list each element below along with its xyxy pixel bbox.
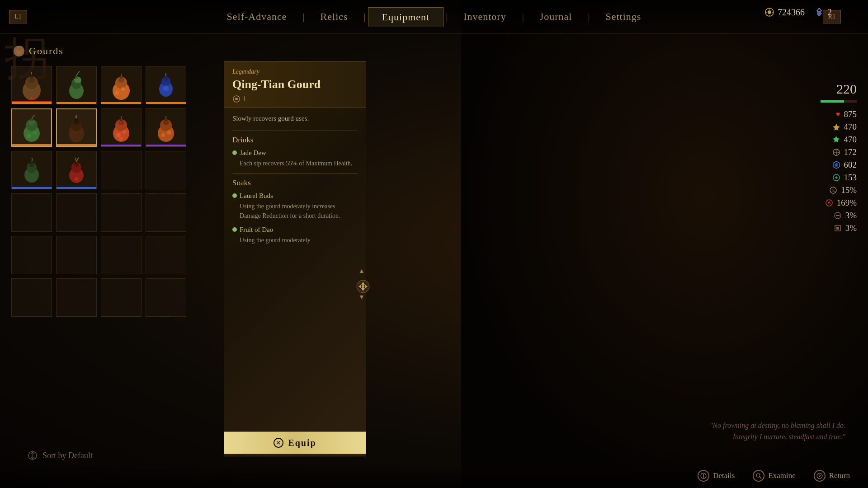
soak-desc-1: Using the gourd moderately increases Dam…: [232, 202, 358, 221]
item-slot-22[interactable]: [56, 278, 97, 317]
scroll-down-button[interactable]: ▼: [357, 293, 366, 302]
nav-item-equipment[interactable]: Equipment: [368, 7, 444, 27]
section-title: Gourds: [29, 45, 64, 57]
svg-marker-77: [832, 136, 839, 142]
svg-point-38: [27, 134, 31, 138]
stat-icon-9: [834, 211, 842, 220]
gourd-image-9: [17, 155, 47, 186]
item-slot-10[interactable]: [56, 151, 97, 189]
hp-bar-fill: [821, 100, 844, 103]
item-slot-6[interactable]: [56, 108, 97, 147]
nav-item-self-advance[interactable]: Self-Advance: [213, 7, 301, 26]
item-slot-17[interactable]: [11, 236, 52, 274]
item-slot-2[interactable]: [56, 66, 97, 104]
nav-item-journal[interactable]: Journal: [526, 7, 586, 26]
nav-item-relics[interactable]: Relics: [307, 7, 362, 26]
gourd-image-6: [62, 112, 91, 144]
item-slot-18[interactable]: [56, 236, 97, 274]
svg-line-95: [760, 477, 761, 479]
svg-point-25: [121, 87, 125, 91]
equip-button[interactable]: ✕ Equip: [224, 432, 366, 454]
item-rarity: Legendary: [232, 68, 358, 75]
detail-panel: Legendary Qing-Tian Gourd 1 Slowly recov…: [224, 61, 366, 456]
nav-left-button[interactable]: L1: [9, 10, 27, 23]
item-slot-15[interactable]: [101, 193, 142, 232]
return-label: Return: [829, 471, 850, 480]
l1-label: L1: [14, 13, 22, 20]
item-bar-5: [12, 144, 51, 146]
item-count-container: 1: [232, 95, 358, 103]
soak-desc-2: Using the gourd moderately: [232, 235, 358, 245]
item-slot-14[interactable]: [56, 193, 97, 232]
nav-item-settings[interactable]: Settings: [592, 7, 655, 26]
svg-rect-56: [165, 119, 167, 121]
item-slot-7[interactable]: [101, 108, 142, 147]
item-slot-3[interactable]: [101, 66, 142, 104]
svg-point-39: [33, 131, 37, 135]
nav-sep-4: |: [520, 12, 526, 22]
item-slot-23[interactable]: [101, 278, 142, 317]
stats-panel: 220 ♥ 875 470 470 172: [811, 81, 857, 233]
hp-bar-container: [821, 100, 857, 103]
soak-name-text-1: Laurel Buds: [240, 192, 273, 200]
stat-icon-5: [832, 161, 840, 169]
svg-point-26: [115, 90, 119, 95]
stat-value-6: 153: [844, 173, 857, 183]
item-slot-16[interactable]: [146, 193, 186, 232]
svg-point-33: [162, 87, 170, 91]
svg-rect-67: [75, 162, 77, 164]
details-action[interactable]: Details: [698, 470, 735, 482]
gourd-image-8: [151, 112, 181, 144]
return-action[interactable]: Return: [814, 470, 850, 482]
main-content-panel: Gourds ✦: [0, 36, 222, 488]
currency-value: 724366: [778, 7, 805, 18]
item-slot-5[interactable]: [11, 108, 52, 147]
svg-point-51: [123, 130, 126, 134]
nav-label-relics: Relics: [321, 11, 348, 22]
detail-header: Legendary Qing-Tian Gourd 1: [224, 61, 366, 108]
item-slot-24[interactable]: [146, 278, 186, 317]
equip-button-label: Equip: [288, 438, 316, 448]
gourd-image-10: [62, 155, 91, 186]
svg-text:%: %: [832, 189, 835, 193]
item-slot-1[interactable]: ✦: [11, 66, 52, 104]
navigation-bar: L1 Self-Advance | Relics | Equipment | I…: [0, 0, 868, 34]
item-slot-12[interactable]: [146, 151, 186, 189]
svg-point-70: [235, 98, 238, 100]
examine-action[interactable]: Examine: [753, 470, 795, 482]
stat-row-8: 169%: [811, 198, 857, 208]
svg-point-1: [768, 10, 771, 14]
nav-label-inventory: Inventory: [463, 11, 506, 22]
quote-line-1: "No frowning at destiny, no blaming shal…: [710, 422, 845, 429]
details-label: Details: [713, 471, 735, 480]
svg-point-84: [826, 200, 832, 206]
item-slot-21[interactable]: [11, 278, 52, 317]
nav-item-inventory[interactable]: Inventory: [450, 7, 520, 26]
item-bar-10: [57, 187, 96, 189]
item-slot-9[interactable]: [11, 151, 52, 189]
svg-point-9: [18, 48, 20, 51]
item-slot-20[interactable]: [146, 236, 186, 274]
item-slot-13[interactable]: [11, 193, 52, 232]
item-slot-4[interactable]: [146, 66, 186, 104]
sort-label: Sort by Default: [42, 451, 93, 460]
item-slot-11[interactable]: [101, 151, 142, 189]
item-bar-3: [101, 102, 141, 104]
currency-icon: [764, 7, 775, 18]
return-button-icon: [814, 470, 826, 482]
drink-item-1: Jade Dew Each sip recovers 55% of Maximu…: [232, 149, 358, 168]
drink-desc-1: Each sip recovers 55% of Maximum Health.: [232, 159, 358, 168]
svg-point-92: [703, 474, 704, 475]
soak-item-1: Laurel Buds Using the gourd moderately i…: [232, 192, 358, 221]
stat-value-5: 602: [844, 160, 857, 170]
stat-icon-2: [832, 123, 840, 131]
scroll-up-button[interactable]: ▲: [357, 267, 366, 276]
sort-by-button[interactable]: Sort by Default: [27, 450, 93, 461]
item-slot-8[interactable]: [146, 108, 186, 147]
hp-icon: ♥: [836, 110, 840, 118]
quote-line-2: Integrity I nurture, steadfast and true.…: [733, 433, 845, 441]
item-slot-19[interactable]: [101, 236, 142, 274]
crystal-stat: 2: [814, 7, 832, 18]
svg-point-50: [116, 133, 121, 137]
stat-icon-3: [832, 136, 840, 144]
